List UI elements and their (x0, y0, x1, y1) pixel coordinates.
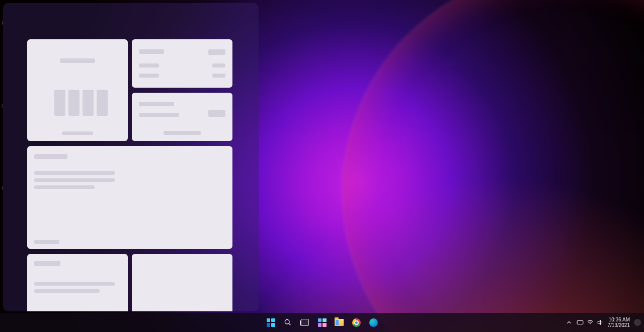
system-tray: 10:36 AM 7/13/2021 (566, 317, 645, 328)
task-view-button[interactable] (299, 316, 311, 328)
file-explorer-icon (335, 319, 344, 326)
speaker-icon (597, 319, 604, 326)
widget-card-stocks[interactable] (132, 39, 232, 88)
svg-rect-2 (577, 321, 583, 324)
task-view-icon (301, 319, 309, 326)
widget-card-news-large[interactable] (27, 146, 232, 249)
notifications-button[interactable] (634, 319, 641, 326)
tray-overflow-button[interactable] (566, 319, 573, 326)
input-indicator-button[interactable] (577, 319, 584, 326)
taskbar-center (265, 316, 379, 328)
widgets-icon (318, 318, 327, 327)
clock-button[interactable]: 10:36 AM 7/13/2021 (608, 317, 630, 328)
svg-point-0 (285, 319, 289, 324)
widgets-panel[interactable] (3, 3, 259, 311)
clock-date: 7/13/2021 (608, 322, 630, 328)
wifi-icon (587, 319, 594, 326)
edge-icon (369, 318, 378, 327)
windows-logo-icon (267, 318, 275, 327)
edge-button[interactable] (367, 316, 379, 328)
svg-line-1 (289, 323, 290, 325)
search-icon (284, 318, 292, 326)
chevron-up-icon (566, 319, 573, 326)
widget-card-news-small-right[interactable] (132, 254, 232, 311)
widget-card-sports[interactable] (132, 93, 232, 141)
search-button[interactable] (282, 316, 294, 328)
clock-time: 10:36 AM (608, 317, 630, 322)
volume-button[interactable] (597, 319, 604, 326)
taskbar: 10:36 AM 7/13/2021 (0, 313, 644, 332)
widgets-button[interactable] (316, 316, 328, 328)
chrome-icon (352, 318, 361, 327)
network-button[interactable] (587, 319, 594, 326)
widgets-grid (27, 39, 245, 311)
chrome-button[interactable] (350, 316, 362, 328)
keyboard-icon (577, 319, 584, 326)
start-button[interactable] (265, 316, 277, 328)
widget-card-weather[interactable] (27, 39, 128, 141)
widget-card-news-small-left[interactable] (27, 254, 128, 311)
file-explorer-button[interactable] (333, 316, 345, 328)
